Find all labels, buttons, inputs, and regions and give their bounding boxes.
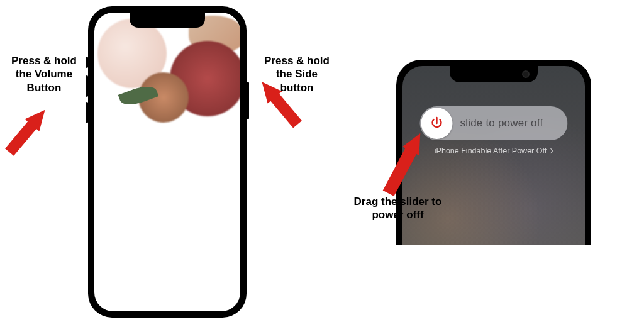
slider-label: slide to power off: [454, 117, 568, 130]
volume-up-button[interactable]: [86, 75, 88, 97]
findable-after-power-off-link[interactable]: iPhone Findable After Power Off: [435, 147, 553, 155]
callout-volume: Press & hold the Volume Button: [3, 54, 85, 94]
phone-screen: [94, 13, 240, 311]
chevron-right-icon: [548, 148, 553, 153]
phone-mockup-left: [88, 6, 247, 318]
mute-switch[interactable]: [86, 57, 88, 68]
wallpaper-flowers: [94, 13, 240, 311]
side-button[interactable]: [247, 82, 249, 119]
notch: [130, 13, 205, 28]
findable-label: iPhone Findable After Power Off: [435, 147, 547, 155]
power-off-knob[interactable]: [421, 108, 453, 139]
front-camera-icon: [523, 72, 528, 77]
callout-drag: Drag the slider to power offf: [343, 195, 453, 222]
power-off-slider[interactable]: slide to power off: [420, 106, 568, 140]
volume-down-button[interactable]: [86, 102, 88, 123]
power-icon: [430, 116, 445, 131]
